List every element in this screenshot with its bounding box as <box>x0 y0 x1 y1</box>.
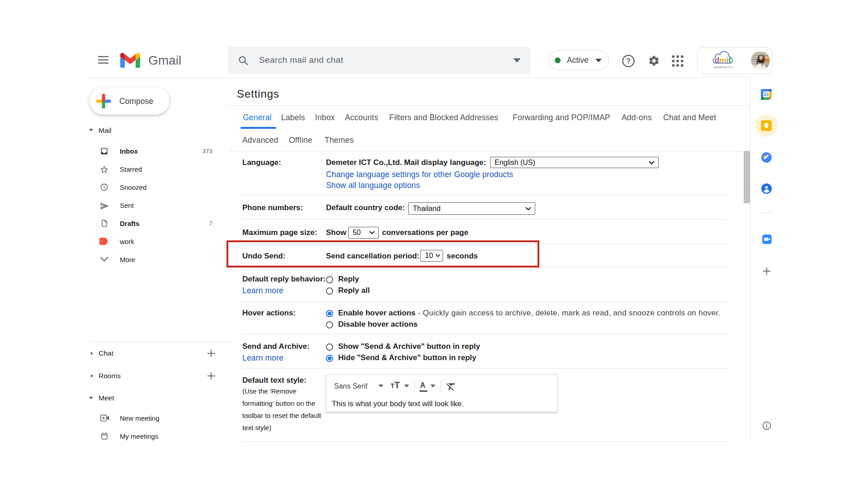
svg-text:dmit: dmit <box>714 56 731 65</box>
svg-text:DEMETER ICT: DEMETER ICT <box>713 66 733 69</box>
svg-text:?: ? <box>626 57 631 66</box>
svg-text:31: 31 <box>764 92 769 97</box>
